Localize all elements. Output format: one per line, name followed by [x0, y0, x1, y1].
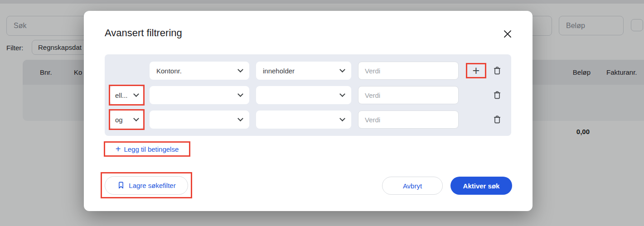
conjunction-select[interactable]: og	[110, 111, 143, 129]
chevron-down-icon	[339, 67, 345, 72]
apply-search-button[interactable]: Aktiver søk	[450, 177, 512, 195]
delete-row-button[interactable]	[492, 114, 503, 125]
chevron-down-icon	[133, 115, 139, 121]
chevron-down-icon	[339, 115, 345, 121]
value-input[interactable]	[358, 62, 459, 80]
add-condition-label: Legg til betingelse	[124, 145, 179, 153]
save-filter-button[interactable]: Lagre søkefilter	[105, 176, 188, 195]
annotation-box-conjunction-or: ell...	[109, 85, 145, 106]
annotation-box-save-filter: Lagre søkefilter	[101, 172, 192, 198]
add-row-button[interactable]: +	[473, 65, 480, 77]
delete-row-button[interactable]	[492, 65, 503, 76]
chevron-down-icon	[339, 91, 345, 97]
conditions-panel: Kontonr. inneholder + ell..	[105, 54, 511, 136]
chevron-down-icon	[237, 115, 243, 121]
trash-icon	[492, 115, 503, 125]
plus-icon: +	[116, 144, 121, 154]
chevron-down-icon	[237, 67, 243, 72]
annotation-box-add-row: +	[466, 63, 486, 78]
operator-select[interactable]	[256, 86, 351, 104]
cancel-button[interactable]: Avbryt	[382, 177, 443, 195]
field-select[interactable]: Kontonr.	[150, 62, 249, 80]
chevron-down-icon	[237, 91, 243, 97]
value-input[interactable]	[358, 86, 459, 104]
add-condition-button[interactable]: + Legg til betingelse	[116, 144, 179, 154]
conjunction-select[interactable]: ell...	[110, 86, 143, 104]
dialog-title: Avansert filtrering	[105, 27, 182, 39]
operator-select[interactable]: inneholder	[256, 62, 351, 80]
trash-icon	[492, 90, 503, 100]
chevron-down-icon	[133, 91, 139, 97]
field-select-value: Kontonr.	[156, 67, 182, 75]
advanced-filter-dialog: Avansert filtrering Kontonr. inneholder …	[84, 11, 533, 211]
value-input[interactable]	[358, 111, 459, 129]
close-icon	[503, 29, 512, 38]
field-select[interactable]	[150, 111, 249, 129]
trash-icon	[492, 66, 503, 76]
conjunction-select-value: og	[115, 116, 123, 124]
operator-select[interactable]	[256, 111, 351, 129]
close-button[interactable]	[501, 27, 514, 41]
bookmark-icon	[117, 181, 125, 189]
annotation-box-conjunction-and: og	[109, 109, 145, 130]
save-filter-label: Lagre søkefilter	[129, 182, 175, 189]
delete-row-button[interactable]	[492, 90, 503, 101]
field-select[interactable]	[150, 86, 249, 104]
conjunction-select-value: ell...	[115, 91, 128, 99]
operator-select-value: inneholder	[263, 67, 295, 75]
plus-icon: +	[473, 64, 480, 77]
annotation-box-add-condition: + Legg til betingelse	[104, 141, 190, 157]
